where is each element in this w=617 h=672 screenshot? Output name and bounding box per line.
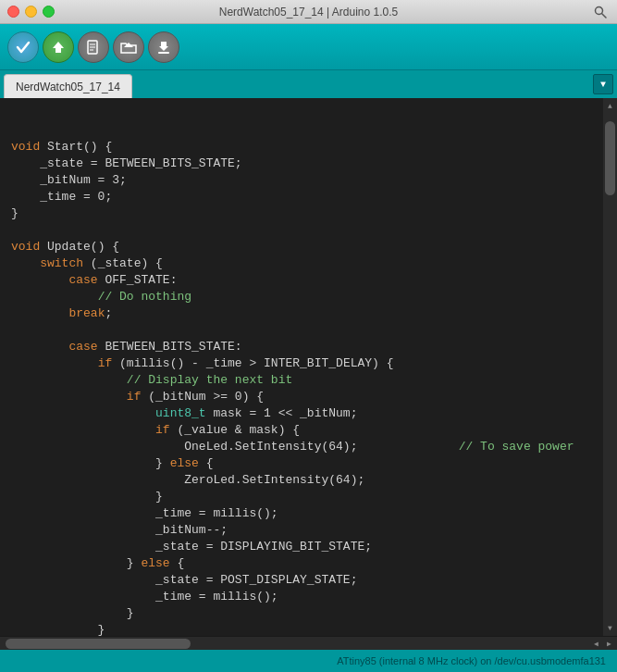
- new-button[interactable]: [78, 31, 109, 63]
- maximize-button[interactable]: [43, 6, 55, 18]
- verify-button[interactable]: [7, 31, 39, 63]
- svg-rect-10: [158, 52, 169, 54]
- tab-nerdwatch[interactable]: NerdWatch05_17_14: [4, 74, 132, 98]
- vertical-scrollbar[interactable]: ▲ ▼: [603, 98, 617, 636]
- scroll-right-arrow[interactable]: ▶: [603, 638, 615, 650]
- h-scroll-arrows: ◀ ▶: [590, 638, 615, 650]
- open-button[interactable]: [113, 31, 144, 63]
- toolbar: [0, 24, 617, 70]
- scroll-thumb-v[interactable]: [605, 121, 615, 195]
- tab-bar: NerdWatch05_17_14 ▼: [0, 70, 617, 98]
- scroll-up-arrow[interactable]: ▲: [604, 100, 616, 112]
- tab-label: NerdWatch05_17_14: [16, 81, 120, 93]
- window-controls: [7, 6, 55, 18]
- upload-button[interactable]: [43, 31, 74, 63]
- scroll-left-arrow[interactable]: ◀: [590, 638, 602, 650]
- window-title: NerdWatch05_17_14 | Arduino 1.0.5: [219, 6, 398, 19]
- svg-marker-8: [159, 46, 168, 51]
- horizontal-scrollbar[interactable]: ◀ ▶: [0, 636, 617, 650]
- title-bar: NerdWatch05_17_14 | Arduino 1.0.5: [0, 0, 617, 24]
- close-button[interactable]: [7, 6, 19, 18]
- scroll-thumb-h[interactable]: [6, 639, 191, 649]
- scroll-down-arrow[interactable]: ▼: [604, 622, 616, 634]
- dropdown-icon: ▼: [600, 80, 606, 90]
- editor-scroll-area[interactable]: void Start() { _state = BETWEEN_BITS_STA…: [0, 98, 603, 636]
- svg-rect-9: [161, 42, 167, 46]
- svg-line-1: [602, 13, 607, 18]
- svg-marker-2: [53, 42, 64, 53]
- code-editor[interactable]: void Start() { _state = BETWEEN_BITS_STA…: [0, 106, 603, 636]
- search-button[interactable]: [591, 3, 610, 21]
- code-line: void Start() { _state = BETWEEN_BITS_STA…: [11, 140, 574, 636]
- editor-container: void Start() { _state = BETWEEN_BITS_STA…: [0, 98, 617, 636]
- tab-dropdown-button[interactable]: ▼: [593, 74, 613, 94]
- minimize-button[interactable]: [25, 6, 37, 18]
- status-bar: ATtiny85 (internal 8 MHz clock) on /dev/…: [0, 650, 617, 672]
- save-button[interactable]: [148, 31, 179, 63]
- status-text: ATtiny85 (internal 8 MHz clock) on /dev/…: [337, 655, 606, 666]
